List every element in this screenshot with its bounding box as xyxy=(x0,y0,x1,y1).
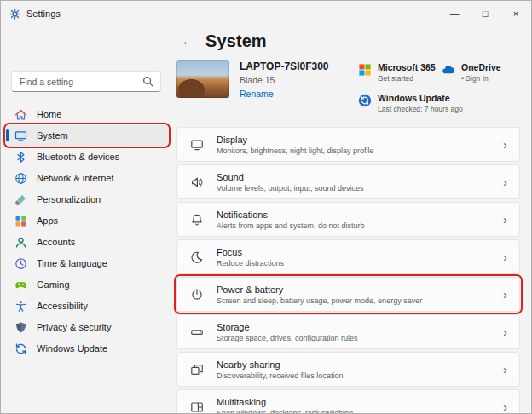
settings-card-power-battery[interactable]: Power & batteryScreen and sleep, battery… xyxy=(176,277,520,312)
back-button[interactable]: ← xyxy=(176,33,198,49)
quick-card-windows-update[interactable]: Windows UpdateLast checked: 7 hours ago xyxy=(358,93,520,113)
chevron-right-icon: › xyxy=(503,213,509,226)
main-content: ← System LAPTOP-7SI0F300 Blade 15 Rename… xyxy=(173,26,531,414)
settings-card-title: Sound xyxy=(217,172,490,182)
privacy-icon xyxy=(14,321,27,334)
settings-card-subtitle: Storage space, drives, configuration rul… xyxy=(217,334,490,342)
sidebar-item-label: System xyxy=(37,130,68,141)
storage-icon xyxy=(190,325,204,339)
display-icon xyxy=(190,138,204,152)
sidebar-item-label: Network & internet xyxy=(37,173,113,183)
settings-card-display[interactable]: DisplayMonitors, brightness, night light… xyxy=(176,127,520,162)
settings-card-subtitle: Snap windows, desktops, task switching xyxy=(217,409,490,414)
device-info: LAPTOP-7SI0F300 Blade 15 Rename xyxy=(240,60,328,101)
quick-card-title: Microsoft 365 xyxy=(378,62,436,72)
settings-card-title: Power & battery xyxy=(217,285,490,295)
sidebar-item-label: Time & language xyxy=(37,258,107,268)
sidebar-item-label: Gaming xyxy=(37,279,70,290)
search-icon xyxy=(142,75,154,88)
page-title: System xyxy=(205,32,267,51)
personalization-icon xyxy=(14,193,27,206)
sidebar-item-label: Privacy & security xyxy=(37,322,111,332)
chevron-right-icon: › xyxy=(503,250,509,263)
sidebar-item-bluetooth-devices[interactable]: Bluetooth & devices xyxy=(6,147,168,167)
chevron-right-icon: › xyxy=(503,400,509,413)
maximize-button[interactable]: □ xyxy=(470,1,500,26)
chevron-right-icon: › xyxy=(503,363,509,376)
sidebar-item-windows-update[interactable]: Windows Update xyxy=(6,338,168,359)
settings-card-sound[interactable]: SoundVolume levels, output, input, sound… xyxy=(176,164,520,199)
settings-list: DisplayMonitors, brightness, night light… xyxy=(176,127,520,414)
onedrive-icon xyxy=(442,63,455,77)
sidebar: HomeSystemBluetooth & devicesNetwork & i… xyxy=(1,26,173,414)
sidebar-item-network-internet[interactable]: Network & internet xyxy=(6,168,168,188)
rename-link[interactable]: Rename xyxy=(240,89,274,99)
bluetooth-icon xyxy=(14,151,27,164)
accounts-icon xyxy=(14,236,27,249)
close-button[interactable]: × xyxy=(500,1,531,26)
sidebar-item-system[interactable]: System xyxy=(6,125,168,146)
chevron-right-icon: › xyxy=(503,138,509,151)
settings-card-subtitle: Discoverability, received files location xyxy=(217,371,490,380)
quick-card-onedrive[interactable]: OneDrive• Sign In xyxy=(442,62,520,83)
notifications-icon xyxy=(190,213,204,227)
quick-card-microsoft-365[interactable]: Microsoft 365Get started xyxy=(358,62,442,83)
sidebar-nav: HomeSystemBluetooth & devicesNetwork & i… xyxy=(1,104,173,359)
settings-card-title: Display xyxy=(217,135,490,145)
sidebar-item-privacy-security[interactable]: Privacy & security xyxy=(6,317,168,337)
sidebar-item-accessibility[interactable]: Accessibility xyxy=(6,296,168,316)
accessibility-icon xyxy=(14,300,27,313)
settings-card-title: Focus xyxy=(217,247,490,257)
device-model: Blade 15 xyxy=(240,75,328,85)
gaming-icon xyxy=(14,279,27,291)
sidebar-item-label: Accessibility xyxy=(37,301,88,311)
microsoft-365-icon xyxy=(358,63,372,77)
chevron-right-icon: › xyxy=(503,288,509,301)
sidebar-item-label: Bluetooth & devices xyxy=(37,152,119,162)
app-body: HomeSystemBluetooth & devicesNetwork & i… xyxy=(1,26,531,414)
settings-gear-icon xyxy=(9,9,20,20)
nearby-sharing-icon xyxy=(190,363,204,377)
sidebar-item-label: Apps xyxy=(37,216,58,226)
windows-update-badge-icon xyxy=(358,94,372,107)
settings-card-nearby-sharing[interactable]: Nearby sharingDiscoverability, received … xyxy=(176,352,520,387)
window-title: Settings xyxy=(26,9,61,19)
sidebar-item-label: Windows Update xyxy=(37,343,107,354)
sidebar-item-personalization[interactable]: Personalization xyxy=(6,189,168,210)
windows-update-icon xyxy=(14,342,27,355)
sidebar-item-label: Accounts xyxy=(37,237,75,247)
sidebar-item-home[interactable]: Home xyxy=(6,104,168,124)
page-head: ← System xyxy=(176,28,520,54)
device-thumbnail xyxy=(176,60,229,98)
sidebar-item-label: Personalization xyxy=(37,194,101,204)
focus-icon xyxy=(190,250,204,264)
sound-icon xyxy=(190,175,204,189)
settings-card-subtitle: Volume levels, output, input, sound devi… xyxy=(217,184,490,193)
settings-card-subtitle: Alerts from apps and system, do not dist… xyxy=(217,221,490,230)
multitasking-icon xyxy=(190,400,204,414)
settings-card-multitasking[interactable]: MultitaskingSnap windows, desktops, task… xyxy=(176,389,520,414)
sidebar-item-gaming[interactable]: Gaming xyxy=(6,274,168,295)
settings-card-storage[interactable]: StorageStorage space, drives, configurat… xyxy=(176,314,520,349)
settings-card-notifications[interactable]: NotificationsAlerts from apps and system… xyxy=(176,202,520,237)
search-input[interactable] xyxy=(11,71,161,92)
sidebar-item-time-language[interactable]: Time & language xyxy=(6,253,168,273)
settings-card-title: Notifications xyxy=(217,210,490,220)
apps-icon xyxy=(14,215,27,227)
minimize-button[interactable]: — xyxy=(439,1,470,26)
settings-card-subtitle: Reduce distractions xyxy=(217,259,490,267)
sidebar-item-accounts[interactable]: Accounts xyxy=(6,232,168,252)
home-icon xyxy=(14,108,27,121)
settings-card-title: Nearby sharing xyxy=(217,359,490,370)
network-icon xyxy=(14,172,27,185)
settings-card-focus[interactable]: FocusReduce distractions› xyxy=(176,239,520,274)
chevron-right-icon: › xyxy=(503,325,509,338)
quick-card-title: OneDrive xyxy=(461,62,501,72)
sidebar-item-apps[interactable]: Apps xyxy=(6,210,168,231)
search-box xyxy=(11,71,161,92)
device-name: LAPTOP-7SI0F300 xyxy=(240,60,328,72)
device-header: LAPTOP-7SI0F300 Blade 15 Rename Microsof… xyxy=(176,60,520,113)
settings-window: Settings — □ × HomeSystemBluetooth & dev… xyxy=(0,0,532,414)
system-icon xyxy=(14,129,27,142)
quick-links: Microsoft 365Get startedOneDrive• Sign I… xyxy=(358,60,520,113)
